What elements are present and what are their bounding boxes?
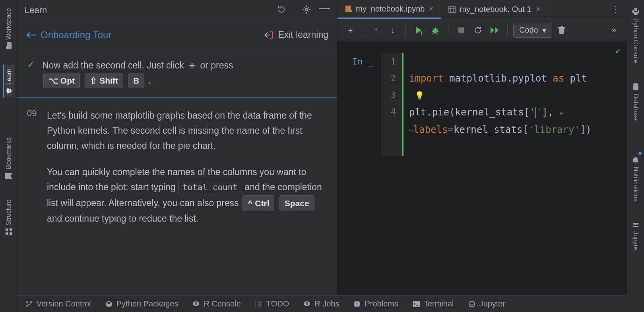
move-up-button[interactable]: ↑: [369, 23, 383, 37]
cell-type-select[interactable]: Code ▾: [513, 23, 552, 38]
rail-structure[interactable]: Structure: [4, 195, 14, 239]
close-icon[interactable]: ✕: [535, 6, 541, 13]
rail-label-learn: Learn: [6, 68, 13, 85]
table-icon: [448, 6, 456, 13]
tab-notebook[interactable]: my_notebook.ipynb ✕: [338, 0, 441, 19]
back-onboarding-link[interactable]: Onboarding Tour: [26, 29, 111, 41]
code-editor[interactable]: ✓ In _ 1 2 3 4 import matplotlib.pyplot …: [338, 41, 627, 312]
bottom-tool-bar: Version Control Python Packages R R Cons…: [17, 295, 627, 312]
exit-learning-link[interactable]: Exit learning: [264, 29, 328, 40]
stop-button[interactable]: [454, 23, 468, 37]
svg-point-15: [26, 301, 28, 303]
reset-icon[interactable]: [277, 5, 286, 16]
svg-rect-12: [633, 223, 638, 224]
python-icon: [632, 8, 639, 15]
rail-jupyter[interactable]: Jupyte: [630, 218, 641, 254]
left-tool-rail: Workspace Learn Bookmarks Structure: [0, 0, 17, 312]
bb-version-control[interactable]: Version Control: [25, 299, 91, 308]
rail-database[interactable]: Database: [630, 79, 641, 125]
learn-panel-title: Learn: [25, 5, 47, 16]
svg-rect-10: [458, 27, 464, 33]
notebook-toolbar: ＋ ↑ ↓ Code ▾ »: [338, 19, 627, 41]
rail-label-pyconsole: Python Console: [632, 18, 639, 63]
branch-icon: [25, 300, 33, 308]
terminal-icon: [413, 301, 420, 307]
restart-kernel-button[interactable]: [471, 23, 485, 37]
folder-icon: [6, 42, 12, 49]
bb-terminal[interactable]: Terminal: [413, 299, 454, 308]
bb-r-jobs[interactable]: R R Jobs: [303, 299, 339, 308]
bb-jupyter[interactable]: Jupyter: [468, 299, 506, 308]
rail-label-database: Database: [632, 94, 639, 121]
svg-text:R: R: [306, 302, 309, 306]
cell-prompt: In _: [338, 53, 381, 156]
rail-notifications[interactable]: Notifications: [630, 152, 641, 205]
bb-python-packages[interactable]: Python Packages: [105, 299, 178, 308]
tab-output[interactable]: my_notebook: Out 1 ✕: [441, 0, 548, 19]
tab-overflow-icon[interactable]: ⋮: [605, 0, 627, 19]
kbd-shift: ⇧ Shift: [85, 73, 123, 89]
learn-nav-row: Onboarding Tour Exit learning: [17, 21, 337, 49]
delete-cell-button[interactable]: [555, 23, 569, 37]
gear-icon[interactable]: [302, 5, 311, 16]
r-icon: R: [303, 300, 310, 308]
rail-label-structure: Structure: [5, 199, 12, 225]
debug-cell-button[interactable]: [428, 23, 442, 37]
run-all-button[interactable]: [487, 23, 502, 37]
rail-python-console[interactable]: Python Console: [630, 4, 641, 67]
svg-rect-3: [10, 228, 12, 231]
code-content[interactable]: import matplotlib.pyplot as plt 💡 plt.pi…: [402, 53, 627, 156]
current-step: 09 Let's build some matplotlib graphs ba…: [17, 98, 337, 248]
jupyter-file-icon: [345, 5, 352, 12]
bb-todo[interactable]: TODO: [255, 299, 289, 308]
editor-area: my_notebook.ipynb ✕ my_notebook: Out 1 ✕…: [338, 0, 627, 312]
rail-learn[interactable]: Learn: [3, 64, 14, 98]
kbd-b: B: [128, 73, 144, 89]
editor-tabs: my_notebook.ipynb ✕ my_notebook: Out 1 ✕…: [338, 0, 627, 19]
database-icon: [632, 83, 639, 90]
toolbar-more-icon[interactable]: »: [607, 23, 621, 37]
learn-header-actions: —: [277, 5, 330, 16]
arrow-left-icon: [26, 31, 37, 39]
svg-rect-23: [357, 302, 357, 304]
svg-rect-0: [6, 232, 8, 235]
rail-label-bookmarks: Bookmarks: [5, 137, 12, 169]
move-down-button[interactable]: ↓: [386, 23, 400, 37]
wrap-icon: ↪: [409, 126, 413, 135]
svg-point-26: [469, 301, 475, 307]
code-inline-total-count: total_count: [178, 180, 242, 195]
code-cell: In _ 1 2 3 4 import matplotlib.pyplot as…: [338, 53, 627, 156]
warning-icon: [353, 300, 361, 308]
svg-rect-24: [357, 305, 357, 306]
add-cell-button[interactable]: ＋: [343, 23, 357, 37]
svg-point-16: [26, 305, 28, 307]
rail-label-workspace: Workspace: [5, 8, 12, 40]
svg-text:R: R: [195, 302, 198, 306]
learn-header: Learn —: [17, 0, 337, 21]
kbd-opt: ⌥ Opt: [43, 73, 80, 89]
tab-label-2: my_notebook: Out 1: [460, 5, 531, 14]
kbd-ctrl: ^ Ctrl: [242, 195, 274, 212]
chevron-down-icon: ▾: [542, 25, 546, 35]
right-tool-rail: Python Console Database Notifications Ju…: [627, 0, 644, 312]
cell-type-label: Code: [519, 25, 538, 35]
lightbulb-icon[interactable]: 💡: [415, 91, 425, 100]
bb-problems[interactable]: Problems: [353, 299, 398, 308]
rail-workspace[interactable]: Workspace: [4, 4, 14, 53]
jupyter-icon: [468, 300, 475, 308]
svg-rect-14: [633, 226, 638, 227]
minimize-icon[interactable]: —: [319, 5, 330, 16]
bb-r-console[interactable]: R R Console: [192, 299, 241, 308]
check-icon: ✓: [27, 59, 35, 70]
svg-point-11: [633, 83, 638, 86]
close-icon[interactable]: ✕: [429, 5, 434, 13]
run-cell-button[interactable]: [411, 23, 426, 37]
completed-step: ✓ Now add the second cell. Just click ＋ …: [17, 49, 337, 98]
bell-icon: [632, 156, 639, 164]
rail-bookmarks[interactable]: Bookmarks: [4, 133, 14, 183]
r-icon: R: [192, 300, 200, 308]
line-gutter: 1 2 3 4: [381, 53, 402, 156]
learn-panel: Learn — Onboarding Tour Exit learning ✓ …: [17, 0, 338, 312]
jupyter-icon: [632, 222, 639, 228]
divider: [363, 24, 363, 36]
